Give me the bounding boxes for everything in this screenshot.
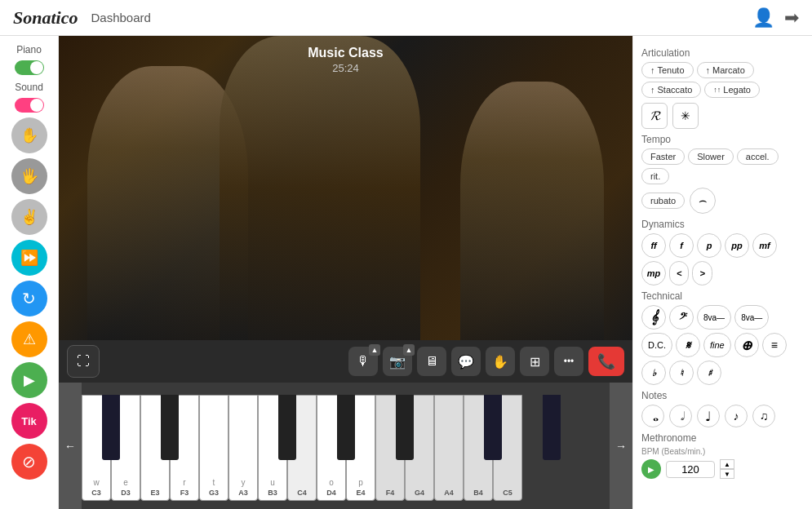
technical-title: Technical	[641, 290, 804, 302]
8va-up-button[interactable]: 8va—	[697, 305, 731, 330]
natural-button[interactable]: ♮	[669, 361, 694, 385]
coda-button[interactable]: ⊕	[734, 333, 759, 357]
mf-button[interactable]: mf	[752, 233, 777, 258]
f-button[interactable]: f	[669, 233, 694, 258]
video-placeholder: Music Class 25:24	[59, 36, 632, 340]
piano-key-A4[interactable]: A4	[434, 395, 464, 501]
sharp-button[interactable]: ♯	[697, 361, 721, 385]
faster-button[interactable]: Faster	[641, 148, 685, 165]
logout-icon[interactable]: ➡	[784, 7, 799, 29]
controls-left: 🎙 ▲ 📷 ▲ 🖥 💬 ✋ ⊞ ••• 📞	[348, 347, 624, 376]
warning-button[interactable]: ⚠	[11, 321, 47, 357]
treble-clef-button[interactable]: 𝄞	[641, 305, 666, 330]
marcato-button[interactable]: ↑ Marcato	[697, 62, 754, 78]
pp-button[interactable]: pp	[725, 233, 749, 258]
fine-button[interactable]: fine	[703, 333, 731, 357]
sound-toggle[interactable]	[15, 98, 44, 113]
segno-button[interactable]: 𝄋	[676, 333, 700, 357]
fast-forward-button[interactable]: ⏩	[11, 240, 47, 276]
hand3-button[interactable]: ✌	[11, 199, 47, 235]
piano-nav-right[interactable]: →	[610, 383, 632, 509]
quarter-note-button[interactable]: ♩	[697, 405, 720, 427]
piano-label: Piano	[16, 44, 42, 55]
piano-key-Cs3[interactable]	[102, 395, 120, 460]
flat-button[interactable]: ♭	[641, 361, 666, 385]
piano-key-A3[interactable]: y A3	[229, 395, 258, 501]
hand1-button[interactable]: ✋	[11, 117, 47, 153]
crescendo-button[interactable]: <	[669, 261, 689, 285]
play-button[interactable]: ▶	[11, 362, 47, 398]
piano-key-Cs4[interactable]	[484, 395, 502, 460]
bass-clef-button[interactable]: 𝄢	[669, 305, 694, 330]
staccato-button[interactable]: ↑ Staccato	[641, 82, 701, 98]
screen-share-button[interactable]: 🖥	[417, 347, 446, 376]
technical-row: 𝄞 𝄢 8va— 8va—	[641, 305, 804, 330]
dc-button[interactable]: D.C.	[641, 333, 672, 357]
legato-button[interactable]: ↑↑ Legato	[704, 82, 760, 98]
left-arrow-icon: ←	[64, 440, 76, 453]
tik-label: Tik	[21, 415, 37, 427]
account-icon[interactable]: 👤	[752, 7, 774, 29]
tik-button[interactable]: Tik	[11, 403, 47, 439]
piano-keys: w C3 e D3	[82, 395, 522, 509]
bpm-up-button[interactable]: ▲	[720, 459, 734, 469]
piano-key-G3[interactable]: t G3	[199, 395, 229, 501]
piano-key-Ds3[interactable]	[161, 395, 179, 460]
articulation-title: Articulation	[641, 47, 804, 59]
piano-nav-left[interactable]: ←	[59, 383, 82, 509]
hand2-button[interactable]: 🖐	[11, 158, 47, 194]
metronome-play-button[interactable]: ▶	[641, 459, 661, 479]
sound-label: Sound	[15, 82, 43, 93]
video-title-block: Music Class 25:24	[308, 46, 383, 74]
p-button[interactable]: p	[697, 233, 721, 258]
8va-down-button[interactable]: 8va—	[734, 305, 769, 330]
metronome-title: Methronome	[641, 432, 804, 444]
script-icon[interactable]: 𝓡	[641, 103, 668, 129]
slower-button[interactable]: Slower	[688, 148, 734, 165]
piano-key-Fs3[interactable]	[278, 395, 296, 460]
piano-key-Gs3[interactable]	[337, 395, 355, 460]
half-note-button[interactable]: 𝅗𝅥	[669, 405, 692, 427]
bpm-row: ▶ ▲ ▼	[641, 459, 804, 479]
chat-button[interactable]: 💬	[451, 347, 481, 376]
bpm-label: BPM (Beats/min.)	[641, 447, 804, 456]
refresh-button[interactable]: ↻	[11, 281, 47, 316]
mic-button[interactable]: 🎙 ▲	[348, 347, 378, 376]
camera-button[interactable]: 📷 ▲	[383, 347, 412, 376]
tenuto-button[interactable]: ↑ Tenuto	[641, 62, 694, 78]
piano-key-As3[interactable]	[396, 395, 414, 460]
video-title-text: Music Class	[308, 46, 383, 60]
ff-button[interactable]: ff	[641, 233, 666, 258]
rubato-button[interactable]: rubato	[641, 193, 685, 209]
bpm-stepper: ▲ ▼	[720, 459, 734, 479]
bpm-down-button[interactable]: ▼	[720, 469, 734, 479]
piano-keys-container: w C3 e D3	[82, 383, 610, 509]
end-call-button[interactable]: 📞	[588, 347, 624, 376]
dynamics-title: Dynamics	[641, 219, 804, 230]
fullscreen-button[interactable]: ⛶	[67, 345, 100, 378]
mp-button[interactable]: mp	[641, 261, 666, 285]
rit-button[interactable]: rit.	[641, 168, 669, 184]
fermata-icon[interactable]: ⌢	[690, 188, 716, 214]
accel-button[interactable]: accel.	[737, 148, 779, 165]
bpm-input[interactable]	[666, 461, 715, 478]
toggle-knob2	[30, 99, 43, 112]
decrescendo-button[interactable]: >	[692, 261, 712, 285]
sixteenth-note-button[interactable]: ♫	[752, 405, 775, 427]
video-overlay: Music Class 25:24	[59, 36, 632, 340]
whole-note-button[interactable]: 𝅝	[641, 405, 664, 427]
special-icons-row: 𝓡 ✳	[641, 103, 804, 129]
piano-toggle[interactable]	[15, 60, 44, 75]
repeat-button[interactable]: ≡	[762, 333, 787, 357]
eighth-note-button[interactable]: ♪	[725, 405, 748, 427]
main: Piano Sound ✋ 🖐 ✌ ⏩ ↻ ⚠ ▶ Tik ⊘	[0, 36, 812, 509]
raise-hand-button[interactable]: ✋	[486, 347, 515, 376]
mic-badge: ▲	[369, 344, 380, 356]
metronome-section: Methronome BPM (Beats/min.) ▶ ▲ ▼	[641, 432, 804, 479]
grid-button[interactable]: ⊞	[520, 347, 549, 376]
camera-badge: ▲	[403, 344, 415, 356]
stop-button[interactable]: ⊘	[11, 444, 47, 480]
more-button[interactable]: •••	[554, 347, 583, 376]
piano-key-Ds4[interactable]	[543, 395, 561, 460]
snowflake-icon[interactable]: ✳	[672, 103, 699, 129]
